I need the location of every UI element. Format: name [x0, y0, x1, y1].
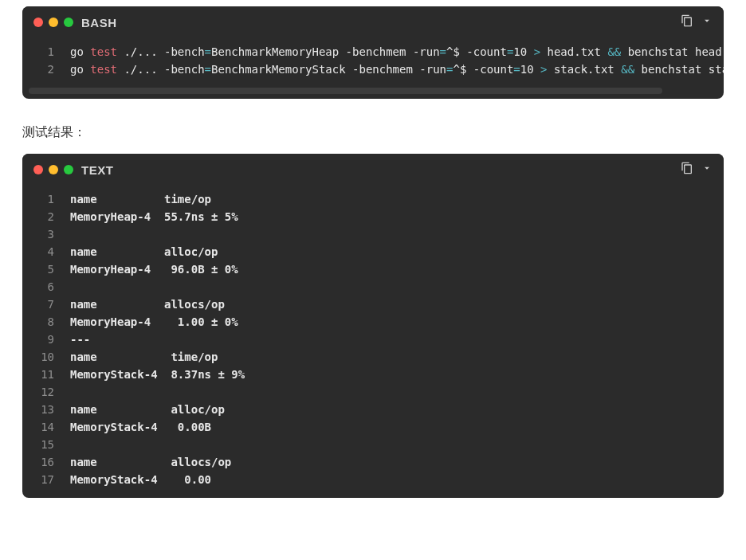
line-number: 10 — [22, 350, 70, 363]
traffic-lights — [33, 165, 73, 174]
line-number: 16 — [22, 456, 70, 468]
window-min-dot — [49, 165, 58, 174]
line-content: MemoryHeap-4 55.7ns ± 5% — [70, 210, 238, 223]
copy-icon[interactable] — [681, 162, 693, 178]
window-close-dot — [33, 165, 43, 174]
code-line: 2MemoryHeap-4 55.7ns ± 5% — [22, 208, 724, 225]
text-header: TEXT — [22, 154, 724, 184]
copy-icon[interactable] — [681, 14, 693, 30]
text-header-left: TEXT — [33, 163, 113, 177]
line-number: 3 — [22, 228, 70, 241]
code-line: 17MemoryStack-4 0.00 — [22, 471, 724, 488]
window-min-dot — [49, 18, 58, 27]
line-content: name allocs/op — [70, 456, 231, 468]
text-title: TEXT — [81, 163, 113, 177]
line-content: MemoryStack-4 0.00 — [70, 473, 211, 486]
code-line: 4name alloc/op — [22, 243, 724, 260]
line-number: 14 — [22, 421, 70, 433]
page: BASH 1go test ./... -bench=BenchmarkMemo… — [0, 6, 746, 519]
bash-title: BASH — [81, 16, 117, 29]
line-number: 1 — [22, 45, 70, 58]
chevron-down-icon[interactable] — [701, 15, 713, 29]
text-header-right — [681, 162, 713, 178]
line-content: name time/op — [70, 193, 211, 206]
line-content: name time/op — [70, 350, 218, 363]
line-number: 2 — [22, 210, 70, 223]
code-line: 14MemoryStack-4 0.00B — [22, 418, 724, 436]
code-line: 9--- — [22, 331, 724, 348]
line-content: MemoryStack-4 0.00B — [70, 421, 211, 433]
line-content: name alloc/op — [70, 403, 225, 416]
result-caption: 测试结果： — [22, 124, 724, 141]
line-content: name allocs/op — [70, 298, 225, 311]
line-content: go test ./... -bench=BenchmarkMemoryStac… — [70, 63, 724, 76]
line-content: MemoryStack-4 8.37ns ± 9% — [70, 368, 245, 381]
bash-header-left: BASH — [33, 16, 117, 29]
line-content: go test ./... -bench=BenchmarkMemoryHeap… — [70, 45, 724, 58]
line-number: 1 — [22, 193, 70, 206]
line-number: 13 — [22, 403, 70, 416]
chevron-down-icon[interactable] — [701, 163, 713, 177]
line-number: 8 — [22, 315, 70, 328]
bash-header: BASH — [22, 6, 724, 37]
code-line: 16name allocs/op — [22, 453, 724, 471]
text-code-block: TEXT 1name time/op2MemoryHeap-4 55.7ns ±… — [22, 154, 724, 498]
line-content: MemoryHeap-4 96.0B ± 0% — [70, 263, 238, 276]
bash-header-right — [681, 14, 713, 30]
line-content: MemoryHeap-4 1.00 ± 0% — [70, 315, 238, 328]
line-number: 4 — [22, 245, 70, 258]
line-number: 11 — [22, 368, 70, 381]
line-number: 5 — [22, 263, 70, 276]
window-max-dot — [64, 18, 73, 27]
line-number: 7 — [22, 298, 70, 311]
code-line: 5MemoryHeap-4 96.0B ± 0% — [22, 260, 724, 278]
code-line: 10name time/op — [22, 348, 724, 366]
text-body: 1name time/op2MemoryHeap-4 55.7ns ± 5%34… — [22, 184, 724, 498]
horizontal-scrollbar-thumb[interactable] — [29, 88, 662, 94]
code-line: 1go test ./... -bench=BenchmarkMemoryHea… — [22, 43, 724, 61]
bash-body: 1go test ./... -bench=BenchmarkMemoryHea… — [22, 37, 724, 88]
line-number: 2 — [22, 63, 70, 76]
line-number: 6 — [22, 280, 70, 293]
code-line: 8MemoryHeap-4 1.00 ± 0% — [22, 313, 724, 331]
code-line: 2go test ./... -bench=BenchmarkMemorySta… — [22, 61, 724, 78]
window-max-dot — [64, 165, 73, 174]
code-line: 13name alloc/op — [22, 401, 724, 418]
window-close-dot — [33, 18, 43, 27]
line-number: 9 — [22, 333, 70, 346]
traffic-lights — [33, 18, 73, 27]
line-number: 17 — [22, 473, 70, 486]
horizontal-scrollbar[interactable] — [29, 88, 717, 96]
code-line: 7name allocs/op — [22, 296, 724, 313]
code-line: 1name time/op — [22, 190, 724, 208]
line-number: 12 — [22, 386, 70, 398]
code-line: 15 — [22, 436, 724, 453]
line-content: --- — [70, 333, 90, 346]
line-content: name alloc/op — [70, 245, 218, 258]
code-line: 11MemoryStack-4 8.37ns ± 9% — [22, 366, 724, 383]
line-number: 15 — [22, 438, 70, 451]
bash-code-block: BASH 1go test ./... -bench=BenchmarkMemo… — [22, 6, 724, 99]
code-line: 3 — [22, 225, 724, 243]
code-line: 12 — [22, 383, 724, 401]
code-line: 6 — [22, 278, 724, 296]
